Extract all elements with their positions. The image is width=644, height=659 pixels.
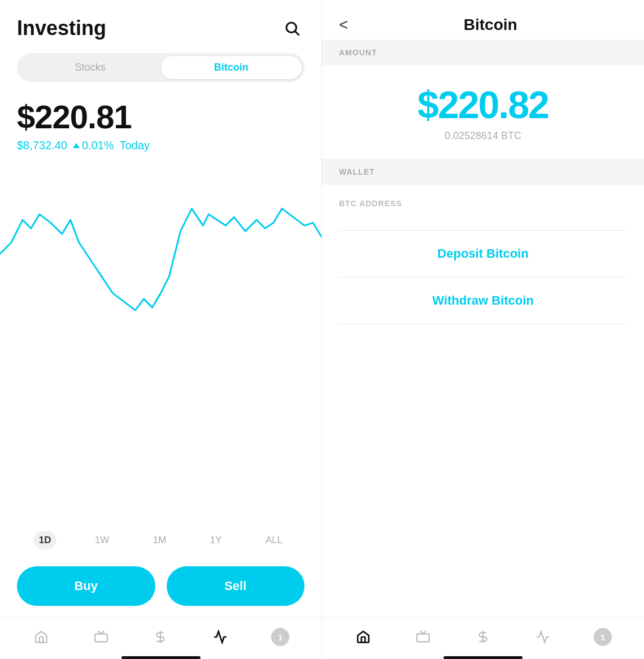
back-button[interactable]: < (339, 17, 348, 33)
tv-icon (94, 630, 108, 644)
amount-usd: $220.82 (417, 83, 549, 127)
up-arrow-icon (73, 143, 80, 148)
nav-home[interactable] (27, 626, 55, 648)
bottom-nav-left: 1 (0, 617, 321, 652)
btc-address-label: BTC ADDRESS (339, 199, 402, 208)
sell-button[interactable]: Sell (167, 566, 305, 606)
page-title: Investing (17, 16, 106, 40)
activity-icon-right (536, 630, 550, 644)
nav-home-right[interactable] (349, 626, 377, 648)
buy-button[interactable]: Buy (17, 566, 155, 606)
amount-btc: 0.02528614 BTC (445, 130, 521, 142)
svg-point-0 (286, 23, 297, 33)
wallet-label: WALLET (339, 167, 375, 176)
home-icon-right (356, 630, 371, 644)
right-title: Bitcoin (354, 16, 627, 34)
svg-rect-2 (40, 637, 43, 643)
nav-activity-right[interactable] (529, 626, 557, 648)
time-selector: 1D 1W 1M 1Y ALL (0, 523, 321, 557)
time-1w[interactable]: 1W (89, 531, 115, 549)
activity-icon (213, 630, 228, 644)
dollar-icon (153, 630, 168, 644)
nav-notifications[interactable]: 1 (266, 626, 294, 648)
btc-market-price: $8,732.40 (17, 139, 67, 152)
notification-badge-right: 1 (594, 628, 612, 646)
search-icon (284, 20, 301, 37)
nav-tv-right[interactable] (409, 626, 437, 648)
left-header: Investing (0, 0, 321, 46)
deposit-bitcoin-button[interactable]: Deposit Bitcoin (322, 231, 644, 277)
home-indicator-left (121, 656, 201, 659)
home-indicator-right (443, 656, 523, 659)
svg-rect-5 (362, 637, 365, 643)
nav-dollar[interactable] (146, 626, 175, 648)
right-panel: < Bitcoin AMOUNT $220.82 0.02528614 BTC … (322, 0, 644, 659)
notification-badge: 1 (271, 628, 289, 646)
wallet-section-bar: WALLET (322, 159, 644, 185)
amount-section-bar: AMOUNT (322, 40, 644, 66)
bottom-nav-right: 1 (322, 617, 644, 652)
right-header: < Bitcoin (322, 0, 644, 40)
nav-tv[interactable] (87, 626, 115, 648)
nav-notifications-right[interactable]: 1 (589, 626, 617, 648)
amount-label: AMOUNT (339, 48, 377, 57)
change-percent: 0.01% (82, 139, 114, 152)
nav-dollar-right[interactable] (469, 626, 497, 648)
search-button[interactable] (280, 16, 304, 41)
period-label: Today (120, 139, 150, 152)
time-1d[interactable]: 1D (33, 531, 57, 549)
tab-stocks[interactable]: Stocks (20, 56, 161, 79)
price-meta: $8,732.40 0.01% Today (17, 139, 304, 152)
svg-rect-6 (417, 634, 429, 642)
btc-address-area: BTC ADDRESS (322, 185, 644, 230)
time-1y[interactable]: 1Y (204, 531, 228, 549)
action-buttons: Buy Sell (0, 557, 321, 617)
svg-rect-3 (95, 634, 107, 642)
time-1m[interactable]: 1M (147, 531, 172, 549)
price-chart (0, 163, 321, 344)
amount-display: $220.82 0.02528614 BTC (322, 66, 644, 159)
main-price: $220.81 (17, 98, 304, 136)
dollar-icon-right (476, 630, 490, 644)
home-icon (34, 630, 49, 644)
price-section: $220.81 $8,732.40 0.01% Today (0, 82, 321, 158)
left-panel: Investing Stocks Bitcoin $220.81 $8,732.… (0, 0, 322, 659)
svg-line-1 (295, 32, 299, 36)
time-all[interactable]: ALL (260, 531, 288, 549)
tab-bitcoin[interactable]: Bitcoin (161, 56, 302, 79)
tab-selector: Stocks Bitcoin (17, 53, 304, 82)
nav-activity[interactable] (206, 626, 234, 648)
tv-icon-right (416, 630, 430, 644)
change-wrap: 0.01% (73, 139, 114, 152)
chart-area (0, 158, 321, 518)
withdraw-bitcoin-button[interactable]: Withdraw Bitcoin (322, 278, 644, 324)
